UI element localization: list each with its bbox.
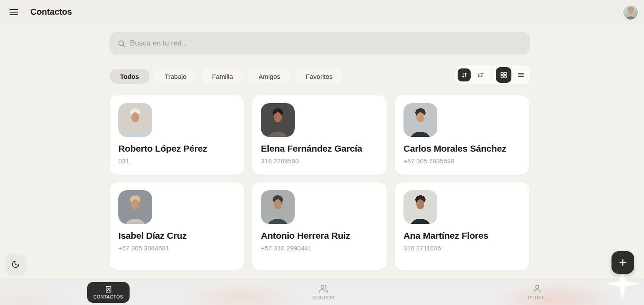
sort-descending-icon bbox=[477, 71, 484, 79]
contact-phone: +57 310 2990441 bbox=[261, 244, 378, 252]
app-header: Contactos bbox=[0, 0, 644, 24]
contact-card-icon bbox=[104, 285, 113, 293]
contact-photo bbox=[261, 103, 295, 137]
contact-phone: +57 305 7935598 bbox=[403, 157, 520, 165]
add-contact-button[interactable]: + bbox=[611, 251, 634, 274]
contact-name: Antonio Herrera Ruiz bbox=[261, 230, 378, 241]
contact-phone: 310 2711036 bbox=[403, 244, 520, 252]
list-view-icon bbox=[517, 71, 525, 79]
controls-divider bbox=[491, 69, 491, 81]
contact-name: Ana Martínez Flores bbox=[403, 230, 520, 241]
contact-phone: +57 305 3084681 bbox=[118, 244, 235, 252]
nav-label: CONTACTOS bbox=[93, 295, 123, 299]
contact-photo bbox=[403, 190, 437, 224]
filter-row: Todos Trabajo Familia Amigos Favoritos bbox=[110, 67, 530, 85]
filter-chip-favoritos[interactable]: Favoritos bbox=[296, 69, 343, 84]
contact-card[interactable]: Antonio Herrera Ruiz +57 310 2990441 bbox=[252, 182, 387, 270]
contact-phone: 031 bbox=[118, 157, 235, 165]
nav-label: PERFIL bbox=[528, 295, 546, 300]
contact-card[interactable]: Carlos Morales Sánchez +57 305 7935598 bbox=[395, 95, 529, 175]
contact-name: Elena Fernández García bbox=[261, 143, 378, 154]
contact-name: Carlos Morales Sánchez bbox=[403, 143, 520, 154]
sort-descending-button[interactable] bbox=[474, 68, 487, 81]
dark-mode-toggle-button[interactable] bbox=[6, 254, 26, 274]
contact-card[interactable]: Roberto López Pérez 031 bbox=[110, 95, 244, 175]
search-input[interactable] bbox=[130, 39, 522, 48]
user-avatar[interactable] bbox=[622, 4, 639, 20]
filter-chip-todos[interactable]: Todos bbox=[110, 69, 150, 84]
contact-name: Roberto López Pérez bbox=[118, 143, 235, 154]
contact-photo bbox=[118, 190, 152, 224]
nav-label: GRUPOS bbox=[312, 295, 335, 300]
sort-arrows-button[interactable] bbox=[458, 68, 471, 81]
search-bar[interactable] bbox=[110, 32, 530, 55]
filter-chip-trabajo[interactable]: Trabajo bbox=[154, 69, 197, 84]
nav-item-perfil[interactable]: PERFIL bbox=[517, 284, 556, 300]
contact-photo bbox=[403, 103, 437, 137]
user-icon bbox=[533, 284, 542, 293]
filter-chip-familia[interactable]: Familia bbox=[202, 69, 243, 84]
sort-up-down-icon bbox=[461, 71, 468, 79]
contact-card[interactable]: Elena Fernández García 316 2286590 bbox=[252, 95, 387, 175]
nav-item-grupos[interactable]: GRUPOS bbox=[304, 284, 343, 300]
grid-view-icon bbox=[500, 71, 507, 79]
filter-chip-amigos[interactable]: Amigos bbox=[248, 69, 291, 84]
search-icon bbox=[117, 39, 126, 48]
contact-photo bbox=[261, 190, 295, 224]
page-title: Contactos bbox=[30, 7, 72, 17]
contact-phone: 316 2286590 bbox=[261, 157, 378, 165]
moon-icon bbox=[11, 260, 20, 269]
bottom-navigation: CONTACTOS GRUPOS PERFIL bbox=[0, 279, 644, 305]
contact-name: Isabel Díaz Cruz bbox=[118, 230, 235, 241]
contact-card[interactable]: Isabel Díaz Cruz +57 305 3084681 bbox=[110, 182, 244, 270]
contact-card[interactable]: Ana Martínez Flores 310 2711036 bbox=[395, 182, 529, 270]
contacts-grid: Roberto López Pérez 031 Elena Fernández … bbox=[110, 95, 529, 270]
grid-view-button[interactable] bbox=[496, 67, 511, 83]
view-controls bbox=[455, 65, 530, 84]
hamburger-menu-icon[interactable] bbox=[6, 4, 22, 20]
users-icon bbox=[319, 284, 328, 293]
nav-item-contactos[interactable]: CONTACTOS bbox=[87, 282, 129, 303]
list-view-button[interactable] bbox=[514, 68, 527, 81]
contact-photo bbox=[118, 103, 152, 137]
